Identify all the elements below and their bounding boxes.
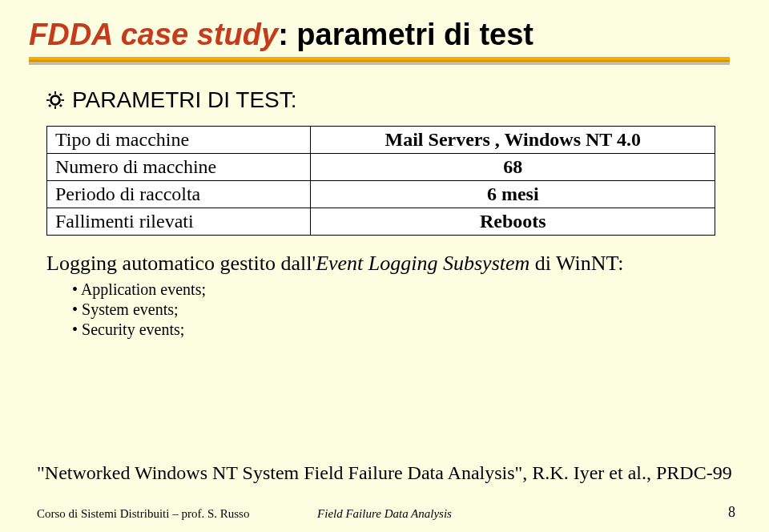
gear-icon [46, 89, 64, 115]
title-rest: parametri di test [296, 18, 533, 51]
subtitle-row: PARAMETRI DI TEST: [46, 87, 769, 115]
logging-bullets: Application events; System events; Secur… [72, 280, 769, 339]
title-sep: : [278, 18, 296, 51]
svg-rect-2 [54, 106, 56, 109]
table-row: Periodo di raccolta 6 mesi [47, 180, 715, 208]
logging-prefix: Logging automatico gestito dall' [46, 252, 316, 275]
list-item: Security events; [72, 320, 769, 339]
svg-rect-7 [48, 104, 51, 107]
cell-value: Reboots [311, 208, 715, 235]
slide-title: FDDA case study: parametri di test [29, 18, 769, 52]
table-row: Numero di macchine 68 [47, 153, 715, 180]
page-number: 8 [728, 504, 735, 521]
svg-point-0 [51, 95, 60, 104]
subtitle-text: PARAMETRI DI TEST: [72, 87, 297, 112]
cell-label: Periodo di raccolta [47, 180, 311, 208]
svg-rect-5 [48, 93, 51, 96]
footer-center: Field Failure Data Analysis [0, 507, 769, 521]
title-underline [29, 57, 730, 62]
logging-line: Logging automatico gestito dall'Event Lo… [46, 252, 769, 276]
list-item: System events; [72, 300, 769, 319]
cell-value: 68 [311, 153, 715, 180]
logging-suffix: di WinNT: [529, 252, 623, 275]
cell-label: Tipo di macchine [47, 126, 311, 153]
citation: "Networked Windows NT System Field Failu… [37, 462, 732, 484]
title-highlight: FDDA case study [29, 18, 278, 51]
svg-rect-6 [59, 93, 62, 96]
svg-rect-3 [46, 99, 50, 101]
table-row: Fallimenti rilevati Reboots [47, 208, 715, 235]
svg-rect-1 [54, 91, 56, 95]
logging-emph: Event Logging Subsystem [316, 252, 529, 275]
cell-label: Numero di macchine [47, 153, 311, 180]
cell-value: 6 mesi [311, 180, 715, 208]
cell-value: Mail Servers , Windows NT 4.0 [311, 126, 715, 153]
parameters-table: Tipo di macchine Mail Servers , Windows … [46, 126, 715, 236]
table-row: Tipo di macchine Mail Servers , Windows … [47, 126, 715, 153]
svg-rect-8 [59, 104, 62, 107]
svg-rect-4 [61, 99, 64, 101]
cell-label: Fallimenti rilevati [47, 208, 311, 235]
list-item: Application events; [72, 280, 769, 299]
